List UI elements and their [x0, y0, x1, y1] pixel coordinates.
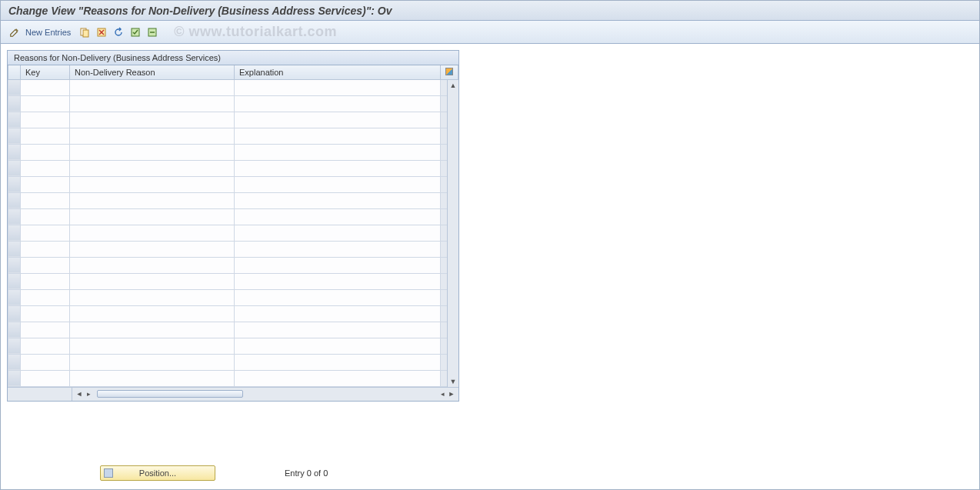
- row-selector[interactable]: [8, 273, 21, 289]
- row-selector[interactable]: [8, 305, 21, 322]
- cell-explanation[interactable]: [235, 225, 441, 241]
- cell-reason[interactable]: [70, 322, 235, 338]
- horizontal-scrollbar[interactable]: ◄ ▸ ◂ ►: [8, 387, 458, 401]
- cell-key[interactable]: [21, 289, 70, 305]
- vertical-scrollbar[interactable]: ▲ ▼: [447, 80, 458, 387]
- cell-reason[interactable]: [70, 144, 235, 160]
- cell-key[interactable]: [21, 128, 70, 144]
- cell-reason[interactable]: [70, 208, 235, 225]
- row-selector[interactable]: [8, 257, 21, 273]
- cell-explanation[interactable]: [235, 305, 441, 322]
- row-selector[interactable]: [8, 128, 21, 144]
- cell-reason[interactable]: [70, 354, 235, 370]
- row-selector[interactable]: [8, 208, 21, 225]
- cell-explanation[interactable]: [235, 338, 441, 354]
- cell-key[interactable]: [21, 192, 70, 208]
- cell-reason[interactable]: [70, 176, 235, 192]
- row-selector[interactable]: [8, 112, 21, 128]
- cell-reason[interactable]: [70, 273, 235, 289]
- row-selector[interactable]: [8, 95, 21, 112]
- cell-key[interactable]: [21, 338, 70, 354]
- scroll-left-icon[interactable]: ▸: [83, 388, 94, 399]
- deselect-all-icon[interactable]: [146, 26, 158, 38]
- cell-reason[interactable]: [70, 241, 235, 257]
- cell-reason[interactable]: [70, 257, 235, 273]
- cell-reason[interactable]: [70, 79, 235, 95]
- cell-reason[interactable]: [70, 95, 235, 112]
- scroll-down-icon[interactable]: ▼: [449, 378, 457, 385]
- row-selector[interactable]: [8, 322, 21, 338]
- cell-key[interactable]: [21, 370, 70, 386]
- cell-key[interactable]: [21, 225, 70, 241]
- cell-key[interactable]: [21, 208, 70, 225]
- copy-icon[interactable]: [78, 26, 91, 38]
- cell-explanation[interactable]: [235, 370, 441, 386]
- undo-icon[interactable]: [112, 26, 125, 38]
- cell-reason[interactable]: [70, 192, 235, 208]
- cell-key[interactable]: [21, 112, 70, 128]
- row-selector[interactable]: [8, 192, 21, 208]
- row-selector[interactable]: [8, 79, 21, 95]
- column-header-explanation[interactable]: Explanation: [235, 65, 441, 79]
- cell-reason[interactable]: [70, 128, 235, 144]
- cell-reason[interactable]: [70, 289, 235, 305]
- scroll-last-icon[interactable]: ►: [446, 388, 457, 399]
- cell-explanation[interactable]: [235, 289, 441, 305]
- cell-reason[interactable]: [70, 338, 235, 354]
- row-selector-header[interactable]: [8, 65, 21, 79]
- configure-columns-button[interactable]: [441, 65, 458, 79]
- cell-explanation[interactable]: [235, 322, 441, 338]
- cell-explanation[interactable]: [235, 257, 441, 273]
- cell-explanation[interactable]: [235, 241, 441, 257]
- row-selector[interactable]: [8, 225, 21, 241]
- row-selector[interactable]: [8, 144, 21, 160]
- cell-key[interactable]: [21, 176, 70, 192]
- position-button[interactable]: Position...: [100, 465, 215, 481]
- cell-reason[interactable]: [70, 112, 235, 128]
- new-entries-button[interactable]: New Entries: [25, 28, 71, 37]
- cell-key[interactable]: [21, 95, 70, 112]
- cell-key[interactable]: [21, 241, 70, 257]
- row-selector[interactable]: [8, 370, 21, 386]
- row-selector[interactable]: [8, 338, 21, 354]
- row-selector[interactable]: [8, 289, 21, 305]
- table-panel: Reasons for Non-Delivery (Business Addre…: [7, 50, 459, 402]
- cell-key[interactable]: [21, 257, 70, 273]
- cell-key[interactable]: [21, 273, 70, 289]
- cell-reason[interactable]: [70, 370, 235, 386]
- cell-explanation[interactable]: [235, 192, 441, 208]
- row-selector[interactable]: [8, 176, 21, 192]
- column-header-key[interactable]: Key: [21, 65, 70, 79]
- cell-reason[interactable]: [70, 305, 235, 322]
- toggle-edit-icon[interactable]: [8, 26, 21, 38]
- cell-explanation[interactable]: [235, 112, 441, 128]
- cell-key[interactable]: [21, 79, 70, 95]
- cell-key[interactable]: [21, 160, 70, 176]
- select-all-icon[interactable]: [129, 26, 142, 38]
- scroll-up-icon[interactable]: ▲: [449, 82, 457, 89]
- panel-title: Reasons for Non-Delivery (Business Addre…: [8, 51, 458, 65]
- cell-reason[interactable]: [70, 225, 235, 241]
- cell-key[interactable]: [21, 354, 70, 370]
- table-row: [8, 79, 458, 95]
- cell-explanation[interactable]: [235, 176, 441, 192]
- cell-explanation[interactable]: [235, 208, 441, 225]
- column-header-reason[interactable]: Non-Delivery Reason: [70, 65, 235, 79]
- cell-explanation[interactable]: [235, 160, 441, 176]
- row-selector[interactable]: [8, 160, 21, 176]
- cell-key[interactable]: [21, 305, 70, 322]
- cell-key[interactable]: [21, 322, 70, 338]
- page-title: Change View "Reasons for Non-Delivery (B…: [8, 5, 392, 17]
- cell-explanation[interactable]: [235, 79, 441, 95]
- cell-explanation[interactable]: [235, 273, 441, 289]
- cell-explanation[interactable]: [235, 354, 441, 370]
- row-selector[interactable]: [8, 241, 21, 257]
- cell-reason[interactable]: [70, 160, 235, 176]
- cell-key[interactable]: [21, 144, 70, 160]
- cell-explanation[interactable]: [235, 144, 441, 160]
- cell-explanation[interactable]: [235, 128, 441, 144]
- row-selector[interactable]: [8, 354, 21, 370]
- delete-icon[interactable]: [95, 26, 108, 38]
- cell-explanation[interactable]: [235, 95, 441, 112]
- scroll-thumb[interactable]: [97, 390, 243, 398]
